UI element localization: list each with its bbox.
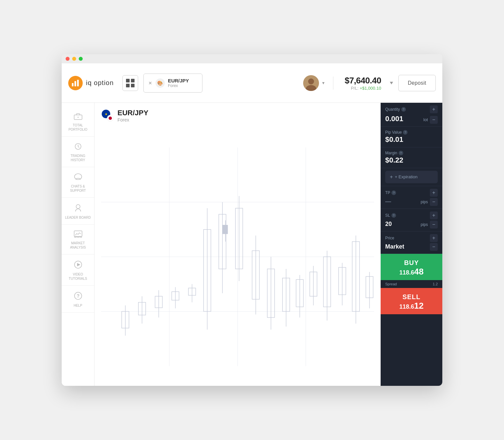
sl-minus-button[interactable]: − [430, 221, 438, 229]
expiration-section: + + Expiration [381, 168, 442, 186]
svg-marker-17 [77, 263, 80, 266]
deposit-button[interactable]: Deposit [398, 75, 436, 91]
balance-area: $7,640.40 P/L: +$1,000.10 [345, 76, 381, 91]
price-minus-button[interactable]: − [430, 243, 438, 251]
sell-button[interactable]: SELL 118.612 [381, 288, 442, 314]
expiration-plus-icon: + [390, 174, 393, 180]
help-icon: ? [74, 292, 82, 301]
chart-svg [101, 132, 374, 382]
sidebar-item-tutorials[interactable]: VIDEO TUTORIALS [62, 256, 94, 286]
tab-instrument-name: EUR/JPY [168, 78, 189, 83]
buy-price: 118.648 [399, 267, 424, 277]
svg-rect-1 [74, 81, 76, 86]
sl-unit: pips [421, 222, 428, 227]
quantity-controls: + [430, 105, 438, 113]
sell-label: SELL [402, 293, 420, 301]
tutorials-icon [74, 260, 82, 270]
analysis-icon [74, 231, 82, 239]
sl-label: SL ? [385, 213, 396, 218]
candlestick-chart [94, 128, 381, 385]
pip-value-section: Pip Value ? $0.01 [381, 127, 442, 147]
margin-help-icon[interactable]: ? [399, 151, 403, 155]
tab-close-icon[interactable]: ✕ [148, 80, 152, 86]
grid-cell [126, 84, 130, 87]
spread-row: Spread 1.2 [381, 280, 442, 288]
sidebar-item-analysis[interactable]: MARKET ANALYSIS [62, 226, 94, 254]
sidebar-label-tutorials: VIDEO TUTORIALS [64, 272, 92, 281]
quantity-label: Quantity ? [385, 107, 406, 112]
sidebar-label-history: TRADING HISTORY [64, 154, 92, 162]
chart-area: ★ EUR/JPY Forex [94, 103, 381, 386]
tp-label: TP ? [385, 190, 396, 195]
buy-button[interactable]: BUY 118.648 [381, 254, 442, 280]
quantity-help-icon[interactable]: ? [401, 107, 406, 112]
sell-price: 118.612 [399, 301, 424, 311]
sl-plus-button[interactable]: + [430, 211, 438, 219]
minimize-button[interactable] [72, 57, 76, 61]
sidebar-item-portfolio[interactable]: TOTAL PORTFOLIO [62, 108, 94, 137]
user-dropdown-icon[interactable]: ▼ [322, 81, 326, 85]
tp-help-icon[interactable]: ? [391, 190, 396, 195]
sidebar-item-leaderboard[interactable]: LEADER BOARD [62, 199, 94, 225]
margin-value: $0.22 [385, 156, 438, 165]
right-panel: Quantity ? + 0.001 lot − [381, 103, 442, 386]
svg-text:?: ? [76, 293, 79, 298]
pip-help-icon[interactable]: ? [403, 130, 408, 135]
header: iq option ✕ 🎨 EUR/JPY Forex [62, 63, 442, 103]
tp-section: TP ? + — pips − [381, 186, 442, 209]
price-plus-button[interactable]: + [430, 234, 438, 242]
quantity-minus-button[interactable]: − [430, 116, 438, 124]
jp-flag [107, 115, 114, 121]
sl-help-icon[interactable]: ? [391, 213, 396, 218]
balance-amount: $7,640.40 [345, 76, 381, 86]
sl-section: SL ? + 20 pips − [381, 209, 442, 231]
instrument-name: EUR/JPY [117, 109, 148, 117]
portfolio-icon [74, 113, 82, 121]
quantity-unit: lot [423, 117, 428, 122]
balance-pl: P/L: +$1,000.10 [351, 86, 381, 91]
tp-minus-button[interactable]: − [430, 198, 438, 206]
expiration-label: + Expiration [395, 174, 417, 179]
sidebar-label-portfolio: TOTAL PORTFOLIO [64, 123, 92, 132]
price-section: Price + Market − [381, 231, 442, 254]
instrument-tab[interactable]: ✕ 🎨 EUR/JPY Forex [143, 74, 202, 93]
svg-rect-2 [77, 80, 79, 86]
logo-icon [68, 76, 83, 90]
app-window: iq option ✕ 🎨 EUR/JPY Forex [62, 54, 442, 386]
margin-section: Margin ? $0.22 [381, 147, 442, 168]
grid-view-button[interactable] [122, 75, 138, 91]
maximize-button[interactable] [79, 57, 83, 61]
sidebar-item-history[interactable]: TRADING HISTORY [62, 138, 94, 167]
price-label: Price [385, 236, 394, 240]
tp-unit: pips [421, 200, 428, 204]
close-button[interactable] [66, 57, 70, 61]
instrument-type: Forex [117, 117, 148, 122]
tab-instrument-type: Forex [168, 83, 189, 88]
svg-rect-0 [72, 83, 74, 86]
price-value: Market [385, 243, 404, 250]
pip-value-value: $0.01 [385, 135, 438, 144]
tab-instrument-icon: 🎨 [156, 78, 165, 88]
sidebar-label-analysis: MARKET ANALYSIS [64, 241, 92, 250]
avatar[interactable] [303, 75, 319, 91]
svg-point-10 [76, 205, 80, 209]
balance-dropdown-icon[interactable] [390, 82, 393, 84]
svg-point-4 [308, 78, 314, 84]
logo-area: iq option [68, 76, 114, 90]
expiration-button[interactable]: + + Expiration [385, 171, 438, 183]
divider [333, 77, 333, 90]
tp-plus-button[interactable]: + [430, 189, 438, 197]
sidebar-item-help[interactable]: ? HELP [62, 287, 94, 313]
svg-text:★: ★ [105, 112, 108, 116]
instrument-info: EUR/JPY Forex [117, 109, 148, 122]
instrument-flags: ★ [102, 110, 114, 121]
quantity-plus-button[interactable]: + [430, 105, 438, 113]
quantity-value: 0.001 [385, 115, 403, 123]
chats-icon [74, 173, 82, 182]
spread-value: 1.2 [433, 282, 438, 286]
buy-label: BUY [404, 259, 419, 267]
jp-flag-dot [109, 117, 112, 120]
main-content: TOTAL PORTFOLIO TRADING HISTORY [62, 103, 442, 386]
sidebar-item-chats[interactable]: CHATS & SUPPORT [62, 168, 94, 198]
history-icon [74, 143, 82, 152]
